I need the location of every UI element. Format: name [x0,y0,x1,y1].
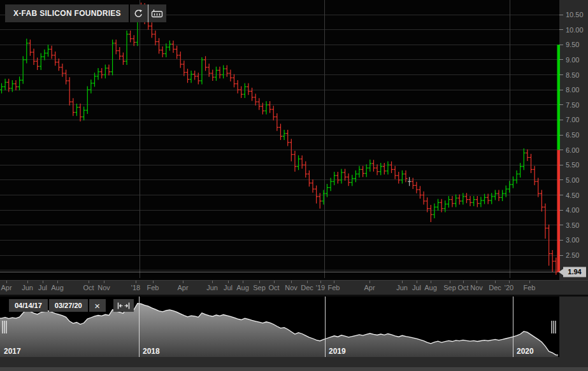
time-tick [243,281,243,283]
price-tick-label: 5.50 [566,161,579,169]
trading-chart-window: 10.5010.009.509.008.508.007.507.006.506.… [0,0,588,371]
fit-range-icon [117,302,130,309]
price-tick-label: 10.50 [566,11,584,18]
last-price-label: 1.94 [568,268,582,276]
time-tick-label: Feb [524,284,536,291]
range-close-button[interactable]: × [89,299,106,312]
time-tick-label: Aug [51,284,64,291]
time-tick-label: Oct [268,284,279,291]
indicator-panel-button[interactable] [148,4,166,22]
time-tick-label: Jul [38,284,47,291]
time-tick-label: Sep [443,284,456,291]
price-tick-label: 7.00 [566,116,579,123]
time-tick [369,281,370,283]
instrument-title: X-FAB SILICON FOUNDRIES [8,9,129,18]
time-tick [57,281,58,283]
time-tick [417,281,417,283]
time-tick-label: Dec [301,284,313,291]
time-tick [136,281,136,283]
range-end-input[interactable]: 03/27/20 [49,299,88,312]
time-tick [274,281,275,283]
range-start-input[interactable]: 04/14/17 [9,299,48,312]
navigator-year-label: 2018 [143,347,160,356]
time-tick [183,281,183,283]
time-tick-label: Jun [22,284,33,291]
bottom-scroll-track[interactable] [0,367,588,371]
time-tick-label: Feb [147,284,159,291]
price-tick-label: 3.00 [566,236,579,244]
edge-up-bar [557,45,561,150]
indicator-panel-icon [151,9,163,18]
navigator-year-label: 2019 [329,347,346,356]
price-tick-label: 8.50 [566,71,579,79]
price-tick-label: 8.00 [566,86,579,94]
time-tick [509,281,510,283]
edge-down-bar [557,150,561,272]
instrument-title-box[interactable]: X-FAB SILICON FOUNDRIES [5,4,129,22]
time-tick-label: Aug [236,284,249,291]
time-tick-label: Nov [470,284,483,291]
time-axis[interactable]: AprJunJulAugOctNov'18FebAprJunJulAugSepO… [0,280,588,295]
time-tick [463,281,464,283]
toolbar-icons [130,4,166,22]
time-tick [320,281,321,283]
time-tick [27,281,28,283]
navigator-year-label: 2020 [517,347,534,356]
time-tick-label: Nov [285,284,298,291]
time-tick [450,281,450,283]
time-tick [477,281,477,283]
time-tick [431,281,431,283]
instrument-toolbar: X-FAB SILICON FOUNDRIES [5,4,166,22]
time-tick-label: Oct [83,284,94,291]
price-tick-label: 2.50 [566,251,579,259]
time-tick-label: Aug [424,284,437,291]
time-tick [402,281,403,283]
time-tick [495,281,496,283]
time-tick-label: Apr [1,284,11,291]
refresh-icon [134,9,143,18]
time-tick [104,281,104,283]
price-tick-label: 4.50 [566,192,579,199]
time-tick [529,281,530,283]
time-tick [259,281,260,283]
time-tick-label: Oct [457,284,468,291]
chart-plot-background[interactable] [0,0,559,280]
price-tick-label: 10.00 [566,26,584,34]
price-tick-label: 3.50 [566,221,579,229]
time-tick-label: Sep [253,284,266,291]
time-tick [334,281,334,283]
time-tick [307,281,308,283]
price-tick-label: 9.00 [566,56,579,64]
time-tick [6,281,7,283]
time-tick [228,281,229,283]
price-tick-label: 5.00 [566,176,579,184]
price-chart[interactable]: 10.5010.009.509.008.508.007.507.006.506.… [0,0,588,280]
time-tick-label: Jul [412,284,421,291]
price-tick-label: 9.50 [566,41,579,48]
time-tick-label: '20 [505,284,513,291]
navigator-year-label: 2017 [4,347,21,356]
time-tick [291,281,292,283]
time-tick-label: Jul [224,284,233,291]
time-tick [212,281,213,283]
time-tick-label: Jun [396,284,408,291]
time-tick-label: '18 [131,284,140,291]
price-tick-label: 7.50 [566,101,579,109]
time-tick [153,281,154,283]
time-tick-label: '19 [316,284,325,291]
range-controls: 04/14/17 03/27/20 × [9,299,134,312]
refresh-button[interactable] [130,4,148,22]
time-tick [89,281,89,283]
price-tick-label: 6.50 [566,131,579,139]
time-tick-label: Dec [489,284,501,291]
time-tick-label: Feb [328,284,340,291]
navigator-right-margin [559,297,588,357]
time-tick-label: Apr [364,284,375,291]
price-tick-label: 6.00 [566,146,579,154]
time-tick-label: Apr [177,284,188,291]
price-tick-label: 4.00 [566,206,579,214]
time-tick-label: Jun [206,284,218,291]
time-tick-label: Nov [97,284,110,291]
time-tick [43,281,43,283]
fit-range-button[interactable] [113,299,134,312]
